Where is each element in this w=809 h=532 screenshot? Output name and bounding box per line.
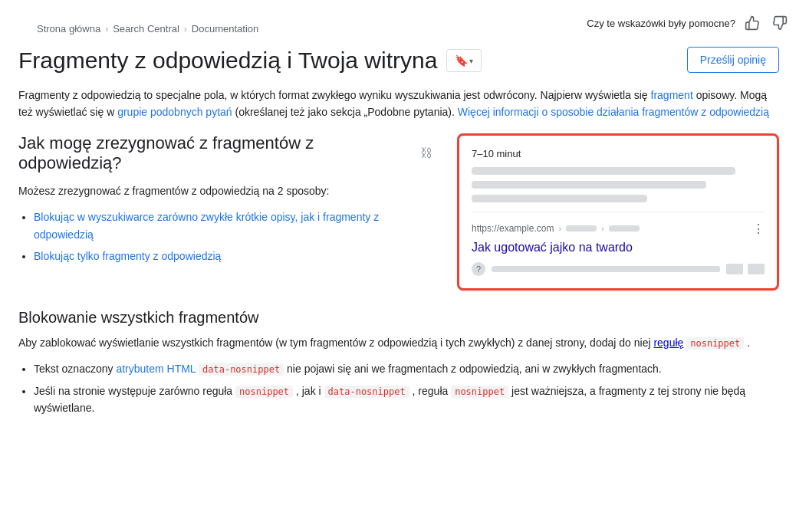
section1-body: Możesz zrezygnować z fragmentów z odpowi… <box>18 182 432 199</box>
preview-three-dots[interactable]: ⋮ <box>752 222 765 236</box>
thumbs-up-button[interactable] <box>742 12 763 34</box>
intro-link-fragment[interactable]: fragment <box>651 89 693 101</box>
bookmark-button[interactable]: 🔖 ▾ <box>446 49 482 72</box>
bullet1-link[interactable]: atrybutem HTML <box>116 363 196 375</box>
bullet1-code: data-nosnippet <box>199 363 284 376</box>
preview-time: 7–10 minut <box>472 148 765 159</box>
breadcrumb-sep-2: › <box>184 24 187 34</box>
section2-bullet-list: Tekst oznaczony atrybutem HTML data-nosn… <box>34 360 779 416</box>
section2-text-1: Aby zablokować wyświetlanie wszystkich f… <box>18 337 651 349</box>
thumbs-down-button[interactable] <box>769 12 791 34</box>
bullet2-code-1: nosnippet <box>235 386 293 398</box>
helpful-label: Czy te wskazówki były pomocne? <box>587 18 735 29</box>
intro-text-1: Fragmenty z odpowiedzią to specjalne pol… <box>18 89 648 101</box>
list-item: Tekst oznaczony atrybutem HTML data-nosn… <box>34 360 779 377</box>
section2-text-end: . <box>747 337 750 349</box>
preview-bottom-row: ? <box>472 262 765 276</box>
section1-bullet-list: Blokując w wyszukiwarce zarówno zwykłe k… <box>34 209 432 264</box>
bullet2-text-1: Jeśli na stronie występuje zarówno reguł… <box>34 385 232 397</box>
preview-line-1 <box>472 167 735 175</box>
bookmark-icon: 🔖 <box>455 54 468 67</box>
preview-url-sep2: › <box>601 224 604 233</box>
preview-url-sep: › <box>558 224 561 233</box>
preview-card: 7–10 minut https://example.com › › ⋮ Jak… <box>457 133 779 291</box>
breadcrumb: Strona główna › Search Central › Documen… <box>18 11 277 41</box>
breadcrumb-home[interactable]: Strona główna <box>37 23 100 34</box>
breadcrumb-documentation[interactable]: Documentation <box>192 23 258 34</box>
section1-heading-text: Jak mogę zrezygnować z fragmentów z odpo… <box>18 133 414 173</box>
intro-link-more[interactable]: Więcej informacji o sposobie działania f… <box>458 106 769 118</box>
section2: Blokowanie wszystkich fragmentów Aby zab… <box>18 309 779 417</box>
bullet-link-1[interactable]: Blokując w wyszukiwarce zarówno zwykłe k… <box>34 211 379 240</box>
preview-url-row: https://example.com › › ⋮ <box>472 222 765 236</box>
heading-link-icon[interactable]: ⛓ <box>420 146 432 160</box>
preview-icon-box-1 <box>726 264 743 274</box>
preview-icons-row <box>726 264 765 274</box>
intro-paragraph: Fragmenty z odpowiedzią to specjalne pol… <box>18 87 779 121</box>
bullet1-text-1: Tekst oznaczony <box>34 363 113 375</box>
bookmark-dropdown-icon: ▾ <box>469 57 473 65</box>
list-item: Blokując w wyszukiwarce zarówno zwykłe k… <box>34 209 432 243</box>
section2-link-rule[interactable]: regułę <box>653 337 683 349</box>
right-column: 7–10 minut https://example.com › › ⋮ Jak… <box>457 133 779 291</box>
breadcrumb-search-central[interactable]: Search Central <box>113 23 179 34</box>
preview-line-2 <box>472 181 706 189</box>
preview-url: https://example.com <box>472 223 554 234</box>
section2-code-nosnippet: nosnippet <box>686 337 744 350</box>
list-item: Blokując tylko fragmenty z odpowiedzią <box>34 248 432 264</box>
page-header: Fragmenty z odpowiedzią i Twoja witryna … <box>18 47 779 74</box>
submit-opinion-button[interactable]: Prześlij opinię <box>687 47 779 73</box>
section2-heading: Blokowanie wszystkich fragmentów <box>18 309 779 327</box>
bullet2-text-3: , reguła <box>413 385 449 397</box>
preview-page-title: Jak ugotować jajko na twardo <box>472 241 765 255</box>
bullet2-code-2: data-nosnippet <box>324 386 409 398</box>
list-item: Jeśli na stronie występuje zarówno reguł… <box>34 383 779 417</box>
preview-line-3 <box>472 195 647 202</box>
two-column-section: Jak mogę zrezygnować z fragmentów z odpo… <box>18 133 779 291</box>
bullet2-code-3: nosnippet <box>451 386 508 398</box>
bullet1-text-2: nie pojawi się ani we fragmentach z odpo… <box>287 363 662 375</box>
preview-help-icon: ? <box>472 262 485 276</box>
preview-divider <box>472 212 765 212</box>
left-column: Jak mogę zrezygnować z fragmentów z odpo… <box>18 133 432 277</box>
breadcrumb-sep-1: › <box>105 24 108 34</box>
helpful-feedback-bar: Czy te wskazówki były pomocne? <box>587 12 791 34</box>
bullet2-text-2: , jak i <box>296 385 321 397</box>
intro-text-3: (określanej też jako sekcja „Podobne pyt… <box>235 106 455 118</box>
section1-heading: Jak mogę zrezygnować z fragmentów z odpo… <box>18 133 432 173</box>
preview-url-segment-2 <box>609 225 640 232</box>
bullet-link-2[interactable]: Blokując tylko fragmenty z odpowiedzią <box>34 250 221 262</box>
preview-bottom-bar <box>492 266 720 272</box>
preview-icon-box-2 <box>748 264 765 274</box>
page-title: Fragmenty z odpowiedzią i Twoja witryna <box>18 47 437 74</box>
page-title-area: Fragmenty z odpowiedzią i Twoja witryna … <box>18 47 482 74</box>
section2-body: Aby zablokować wyświetlanie wszystkich f… <box>18 334 779 351</box>
preview-url-segment-1 <box>566 225 597 232</box>
intro-link-group[interactable]: grupie podobnych pytań <box>117 106 232 118</box>
